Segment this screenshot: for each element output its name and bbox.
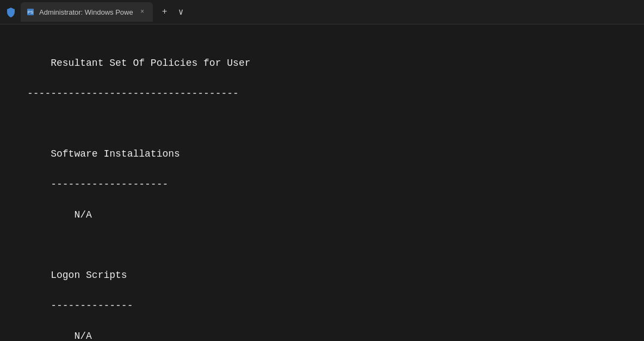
section-2-value: N/A (74, 331, 91, 341)
tab-favicon-icon: PS (26, 8, 35, 16)
shield-icon (3, 4, 18, 20)
active-tab[interactable]: PS Administrator: Windows Powe × (21, 2, 153, 22)
terminal-content: Resultant Set Of Policies for User -----… (0, 24, 644, 341)
tab-title: Administrator: Windows Powe (39, 8, 133, 16)
terminal-heading: Resultant Set Of Policies for User (51, 58, 250, 69)
section-1-value: N/A (74, 209, 91, 220)
tab-dropdown-button[interactable]: ∨ (174, 4, 189, 20)
section-1-name: Software Installations (51, 148, 180, 159)
new-tab-button[interactable]: + (157, 4, 172, 20)
section-1-divider: -------------------- (51, 179, 168, 190)
terminal-heading-divider: ------------------------------------ (27, 88, 239, 99)
section-2-name: Logon Scripts (51, 270, 127, 281)
close-tab-button[interactable]: × (138, 7, 147, 17)
terminal-output: Resultant Set Of Policies for User -----… (27, 41, 617, 341)
tab-bar: PS Administrator: Windows Powe × + ∨ (0, 0, 644, 24)
section-2-divider: -------------- (51, 300, 133, 311)
tab-actions: + ∨ (157, 4, 189, 20)
svg-text:PS: PS (28, 10, 34, 15)
